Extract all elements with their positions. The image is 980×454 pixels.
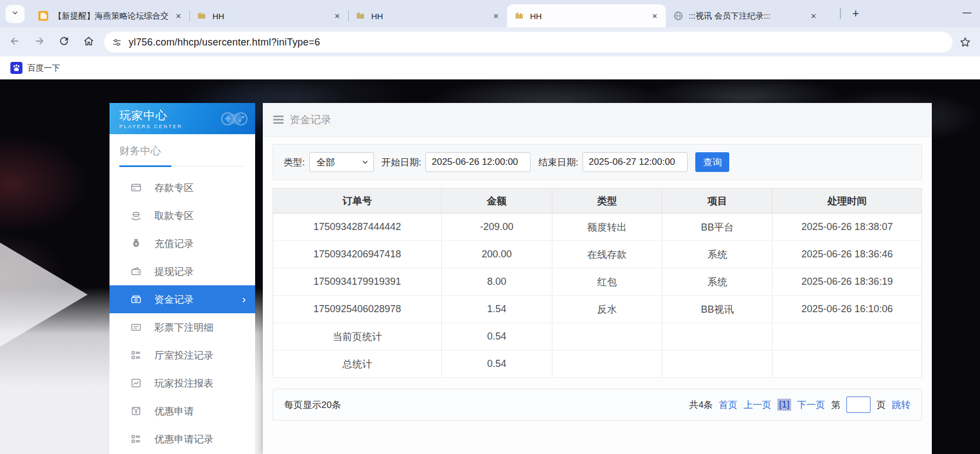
cell-project	[662, 350, 772, 378]
caret-down-icon	[362, 159, 368, 165]
sidebar-item-label: 玩家投注报表	[154, 377, 214, 390]
sidebar-menu-item[interactable]: ¥ 优惠申请	[109, 397, 255, 425]
table-row: 1750925406028978 1.54 反水 BB视讯 2025-06-26…	[273, 296, 922, 323]
browser-tab[interactable]: HH	[507, 4, 666, 27]
forward-arrow-icon	[33, 35, 45, 49]
sidebar-menu: 存款专区 取款专区 ¥ 充值记录 提现记录 资金记录 彩票下注明细	[109, 174, 255, 453]
tab-close-icon[interactable]	[332, 10, 343, 21]
cell-time: 2025-06-26 16:10:06	[773, 296, 922, 323]
gold-bars-favicon	[356, 11, 366, 21]
cell-order-no: 1750925406028978	[273, 296, 442, 323]
site-settings-icon[interactable]	[112, 37, 122, 48]
cell-order-no: 当前页统计	[273, 323, 442, 350]
tabstrip-separator	[840, 8, 841, 19]
browser-tab[interactable]: :::视讯 会员下注纪录:::	[666, 4, 825, 27]
cell-type: 红包	[552, 268, 662, 296]
tab-title: 【新提醒】海燕策略论坛综合交	[54, 11, 173, 21]
cell-project: BB视讯	[662, 296, 772, 323]
query-button[interactable]: 查询	[695, 152, 729, 172]
sidebar-menu-item[interactable]: 提现记录	[109, 257, 255, 285]
browser-tab[interactable]: HH	[348, 4, 507, 27]
sidebar-menu-item[interactable]: 优惠申请记录	[109, 425, 255, 453]
tab-close-icon[interactable]	[173, 10, 184, 21]
panel-header: 资金记录	[263, 103, 932, 137]
page-jump-input[interactable]	[846, 396, 871, 413]
reload-button[interactable]	[54, 32, 74, 52]
tab-close-icon[interactable]	[649, 10, 660, 21]
column-header: 订单号	[273, 188, 442, 214]
reload-icon	[58, 35, 70, 49]
cell-type	[552, 323, 662, 350]
sidebar-menu-item[interactable]: 玩家投注报表	[109, 369, 255, 397]
new-tab-button[interactable]	[848, 5, 864, 22]
sidebar-menu-item[interactable]: 彩票下注明细	[109, 313, 255, 341]
sidebar-menu-item[interactable]: 资金记录	[109, 285, 255, 313]
bookmarks-bar: 百度一下	[0, 56, 980, 79]
tab-close-icon[interactable]	[808, 10, 819, 21]
next-page-link[interactable]: 下一页	[797, 399, 825, 411]
bookmark-baidu[interactable]: 百度一下	[10, 62, 60, 74]
promo-icon: ¥	[130, 405, 142, 417]
jump-link[interactable]: 跳转	[892, 399, 910, 411]
forward-button[interactable]	[30, 32, 49, 52]
browser-tab[interactable]: HH	[189, 4, 348, 27]
home-button[interactable]	[79, 32, 99, 52]
bookmark-star-icon[interactable]	[959, 36, 972, 49]
table-row: 当前页统计 0.54	[273, 323, 922, 350]
section-divider	[119, 165, 245, 167]
globe-favicon	[673, 11, 683, 21]
sidebar-item-label: 优惠申请	[154, 405, 194, 418]
cell-amount: 8.00	[442, 268, 552, 296]
total-count-text: 共4条	[689, 399, 713, 411]
funds-icon	[130, 294, 142, 305]
tabs-container: 【新提醒】海燕策略论坛综合交 HH HH HH :::视讯 会员下注纪录	[31, 4, 825, 27]
sidebar-item-label: 取款专区	[154, 209, 194, 222]
cell-amount: -209.00	[442, 214, 552, 241]
sidebar-item-label: 彩票下注明细	[154, 321, 214, 334]
first-page-link[interactable]: 首页	[719, 399, 737, 411]
start-date-label: 开始日期:	[382, 156, 422, 169]
table-row: 1750934206947418 200.00 在线存款 系统 2025-06-…	[273, 241, 922, 268]
cell-amount: 200.00	[442, 241, 552, 268]
table-header-row: 订单号金额类型项目处理时间	[273, 188, 922, 214]
baidu-paw-icon	[10, 62, 22, 74]
sidebar-menu-item[interactable]: 厅室投注记录	[109, 341, 255, 369]
sidebar-menu-item[interactable]: ¥ 充值记录	[109, 229, 255, 257]
sidebar-menu-item[interactable]: 存款专区	[109, 174, 255, 202]
tab-title: HH	[371, 12, 491, 21]
cell-order-no: 1750934206947418	[273, 241, 442, 268]
records-table-wrap: 订单号金额类型项目处理时间 1750934287444442 -209.00 额…	[273, 188, 922, 378]
cell-time: 2025-06-26 18:38:07	[773, 214, 922, 241]
sidebar-item-label: 存款专区	[154, 181, 194, 194]
tab-close-icon[interactable]	[491, 10, 501, 21]
cell-time	[773, 323, 922, 350]
gold-bars-favicon	[515, 11, 524, 21]
gamepad-icon	[218, 106, 251, 131]
sidebar-item-label: 充值记录	[154, 237, 194, 250]
url-text[interactable]: yl756.com/hhcp/usercenter.html?iniType=6	[129, 37, 320, 48]
filter-bar: 类型: 全部 开始日期: 结束日期: 查询	[273, 144, 922, 180]
prev-page-link[interactable]: 上一页	[743, 399, 771, 411]
window-minimize-button[interactable]	[956, 3, 978, 22]
page-title: 资金记录	[290, 113, 331, 127]
start-date-input[interactable]	[425, 152, 531, 172]
address-bar[interactable]: yl756.com/hhcp/usercenter.html?iniType=6	[104, 32, 953, 53]
cell-type	[552, 350, 662, 378]
background-triangle-decor	[0, 243, 88, 347]
sidebar-menu-item[interactable]: 取款专区	[109, 202, 255, 229]
tab-search-button[interactable]	[5, 5, 25, 23]
player-center-sidebar: 玩家中心 PLAYERS CENTER 财务中心 存款专区 取款专区 ¥ 充值记…	[109, 103, 255, 454]
sidebar-section-title: 财务中心	[119, 144, 245, 158]
cell-time: 2025-06-26 18:36:46	[773, 241, 922, 268]
cell-order-no: 1750934287444442	[273, 214, 442, 241]
back-button[interactable]	[5, 32, 25, 52]
sidebar-item-label: 厅室投注记录	[154, 349, 214, 362]
cell-project: 系统	[662, 241, 772, 268]
browser-tab[interactable]: 【新提醒】海燕策略论坛综合交	[31, 4, 189, 27]
end-date-input[interactable]	[583, 152, 688, 172]
sidebar-section: 财务中心	[109, 134, 255, 167]
type-select[interactable]: 全部	[309, 152, 374, 172]
chevron-down-icon	[11, 9, 19, 19]
sidebar-item-label: 资金记录	[154, 293, 194, 306]
home-icon	[83, 35, 95, 49]
